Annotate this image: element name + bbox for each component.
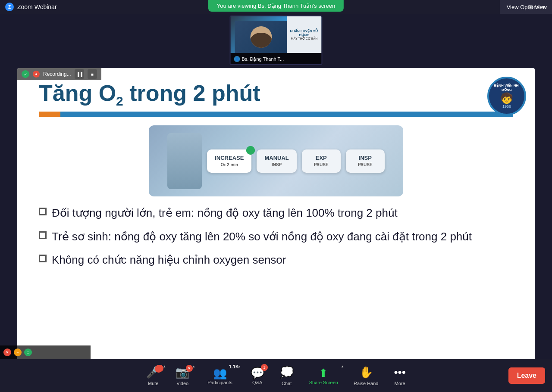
top-bar: Z Zoom Webinar You are viewing Bs. Đặng … xyxy=(0,0,552,14)
qa-badge: 1 xyxy=(261,364,268,371)
share-screen-icon: ⬆ xyxy=(319,367,328,380)
bullet-text-2: Trẻ sơ sinh: nồng độ oxy tăng lên 20% so… xyxy=(52,229,472,244)
slide-container: BỆNH VIỆN NHI ĐỒNG 🧒 1956 Tăng O2 trong … xyxy=(17,68,535,392)
grid-icon: ⊞ xyxy=(528,4,533,10)
chat-label: Chat xyxy=(282,381,292,386)
participants-icon-wrapper: 👥 1.1K xyxy=(213,367,227,380)
qa-label: Q&A xyxy=(252,380,262,385)
qa-button[interactable]: 💬 1 Q&A xyxy=(243,359,272,392)
increase-button: INCREASEO₂ 2 min xyxy=(207,149,251,173)
bullet-item-2: Trẻ sơ sinh: nồng độ oxy tăng lên 20% so… xyxy=(39,229,513,244)
share-caret-icon: ▲ xyxy=(341,364,344,368)
video-caret-icon: ▲ xyxy=(192,364,195,368)
recording-stop-button[interactable]: ■ xyxy=(88,69,97,79)
pause-icon: ▐▐ xyxy=(76,72,82,77)
video-label: Video xyxy=(176,381,188,386)
share-screen-label: Share Screen xyxy=(309,380,338,385)
window-controls: ✕ − □ xyxy=(0,345,91,359)
chat-button[interactable]: 💭 Chat xyxy=(272,359,301,392)
title-part2: trong 2 phút xyxy=(123,81,260,106)
view-label: View xyxy=(535,4,547,10)
logo-figure-icon: 🧒 xyxy=(500,92,513,104)
viewing-banner: You are viewing Bs. Đặng Thanh Tuấn's sc… xyxy=(208,0,344,12)
bullet-square-2 xyxy=(39,231,47,239)
raise-hand-button[interactable]: ✋ Raise Hand xyxy=(346,359,386,392)
participants-label: Participants xyxy=(207,380,232,385)
mute-caret-icon: ▲ xyxy=(163,364,166,368)
mute-button[interactable]: 🎤 ✕ ▲ Mute xyxy=(138,359,168,392)
bullet-square-3 xyxy=(39,255,47,262)
recording-text: Recording... xyxy=(43,71,71,77)
insp-pause-button: INSPPAUSE xyxy=(346,149,385,173)
speaker-name: 👤 Bs. Đặng Thanh T... xyxy=(231,53,322,65)
app-name: Zoom Webinar xyxy=(17,3,57,10)
chat-icon: 💭 xyxy=(280,366,294,379)
video-icon: 📷 ✕ xyxy=(176,366,189,379)
slide-title: Tăng O2 trong 2 phút xyxy=(39,81,513,108)
share-icon-wrapper: ⬆ xyxy=(319,367,328,380)
view-button[interactable]: ⊞ View xyxy=(528,0,547,14)
raise-hand-label: Raise Hand xyxy=(354,381,378,386)
close-window-icon[interactable]: ✕ xyxy=(3,348,11,356)
leave-button[interactable]: Leave xyxy=(508,367,545,384)
qa-icon-wrapper: 💬 1 xyxy=(251,367,264,380)
hospital-logo: BỆNH VIỆN NHI ĐỒNG 🧒 1956 xyxy=(487,77,526,115)
video-button[interactable]: 📷 ✕ ▲ Video xyxy=(168,359,197,392)
participants-caret-icon: ▲ xyxy=(238,364,241,368)
speaker-thumbnail: HUẤN LUYỆN SỬ DỤNG MÁY THỞ CƠ BẢN 👤 Bs. … xyxy=(230,16,323,65)
mute-label: Mute xyxy=(148,381,158,386)
exp-pause-button: EXPPAUSE xyxy=(302,149,341,173)
recording-bar: ✓ ● Recording... ▐▐ ■ xyxy=(17,68,101,80)
title-sub: 2 xyxy=(116,94,123,108)
mute-icon: 🎤 ✕ xyxy=(146,366,160,379)
app-title: Z Zoom Webinar xyxy=(0,3,62,11)
recording-dot: ● xyxy=(33,71,40,78)
toolbar: 🎤 ✕ ▲ Mute 📷 ✕ ▲ Video 👥 1.1K ▲ Particip… xyxy=(0,359,552,392)
slide-content: BỆNH VIỆN NHI ĐỒNG 🧒 1956 Tăng O2 trong … xyxy=(17,68,535,392)
more-label: More xyxy=(395,381,405,386)
verified-icon: ✓ xyxy=(22,70,29,78)
title-part1: Tăng O xyxy=(39,81,116,106)
logo-year: 1956 xyxy=(502,104,511,109)
machine-left-block xyxy=(167,133,202,189)
bullet-list: Đối tượng người lớn, trẻ em: nồng độ oxy… xyxy=(39,205,513,268)
share-screen-button[interactable]: ⬆ ▲ Share Screen xyxy=(301,359,346,392)
slide-divider xyxy=(39,112,513,117)
more-icon: ••• xyxy=(394,366,405,379)
orange-divider xyxy=(39,112,60,117)
bullet-text-3: Không có chức năng hiệu chỉnh oxygen sen… xyxy=(52,252,286,268)
maximize-window-icon[interactable]: □ xyxy=(24,348,32,356)
speaker-video: HUẤN LUYỆN SỬ DỤNG MÁY THỞ CƠ BẢN xyxy=(231,16,322,53)
leave-label: Leave xyxy=(517,372,536,379)
stop-icon: ■ xyxy=(91,72,94,77)
bullet-square-1 xyxy=(39,208,47,215)
minimize-window-icon[interactable]: − xyxy=(14,348,22,356)
manual-insp-button: MANUALINSP xyxy=(257,149,296,173)
participants-button[interactable]: 👥 1.1K ▲ Participants xyxy=(197,359,242,392)
raise-hand-icon: ✋ xyxy=(359,366,373,379)
bullet-item-3: Không có chức năng hiệu chỉnh oxygen sen… xyxy=(39,252,513,268)
recording-pause-button[interactable]: ▐▐ xyxy=(75,69,84,79)
blue-divider xyxy=(60,112,513,117)
machine-image: INCREASEO₂ 2 min MANUALINSP EXPPAUSE INS… xyxy=(149,125,403,196)
more-button[interactable]: ••• More xyxy=(386,359,413,392)
bullet-item-1: Đối tượng người lớn, trẻ em: nồng độ oxy… xyxy=(39,205,513,221)
zoom-logo-icon: Z xyxy=(5,3,14,11)
bullet-text-1: Đối tượng người lớn, trẻ em: nồng độ oxy… xyxy=(52,205,398,221)
participants-icon: 👥 xyxy=(213,367,227,380)
